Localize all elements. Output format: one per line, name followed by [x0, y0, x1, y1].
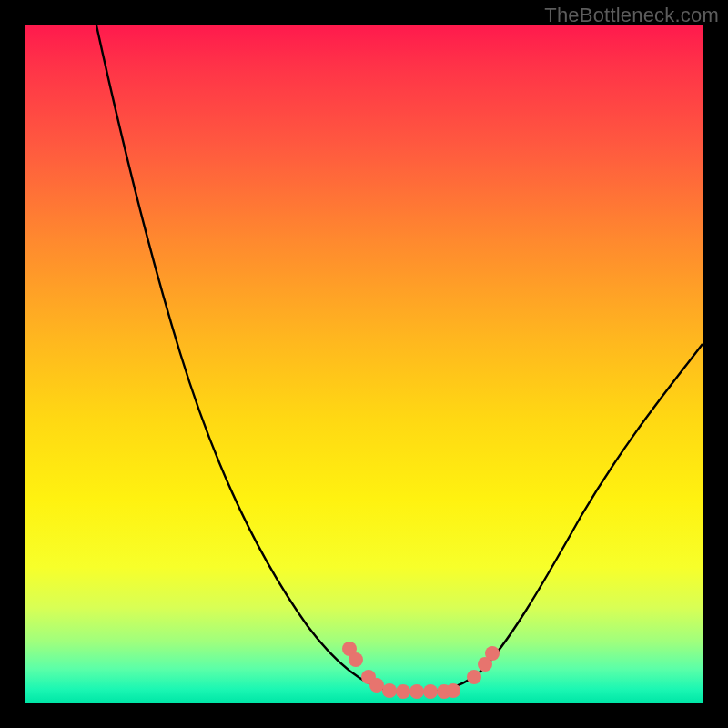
svg-point-12: [485, 646, 500, 661]
svg-point-3: [369, 678, 384, 693]
svg-point-10: [467, 670, 481, 684]
outer-frame: TheBottleneck.com: [0, 0, 728, 728]
plot-area: [25, 25, 703, 703]
svg-point-5: [396, 684, 410, 699]
svg-point-6: [410, 684, 424, 699]
curve-layer: [25, 25, 703, 703]
svg-point-7: [423, 684, 438, 699]
svg-point-1: [349, 652, 363, 667]
svg-point-9: [446, 683, 460, 698]
bottleneck-left-curve: [96, 25, 426, 693]
svg-point-4: [382, 683, 397, 698]
marker-dots: [342, 642, 500, 699]
bottleneck-right-curve: [426, 344, 703, 692]
watermark-text: TheBottleneck.com: [544, 4, 719, 27]
